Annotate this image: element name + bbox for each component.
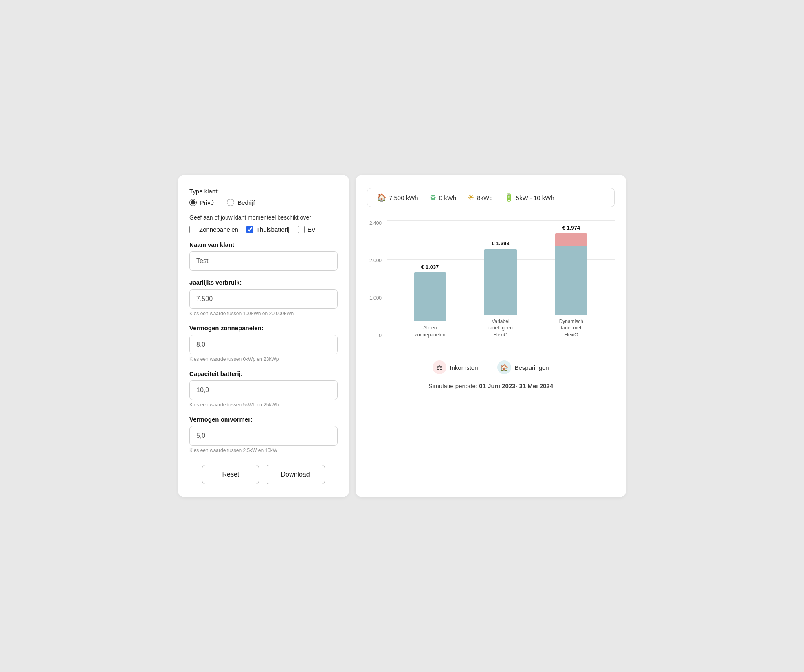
bar-group-2: € 1.393 Variabeltarief, geenFlexiO bbox=[478, 240, 523, 338]
checkbox-zonnepanelen[interactable]: Zonnepanelen bbox=[189, 226, 238, 233]
bar1 bbox=[414, 272, 446, 321]
right-panel: 🏠 7.500 kWh ♻ 0 kWh ☀ 8kWp 🔋 5kW - 10 kW… bbox=[356, 175, 626, 497]
bar2 bbox=[484, 249, 517, 315]
naam-input[interactable] bbox=[189, 251, 338, 271]
radio-group: Privé Bedrijf bbox=[189, 199, 338, 206]
checkbox-ev[interactable]: EV bbox=[298, 226, 316, 233]
naam-label: Naam van klant bbox=[189, 241, 338, 248]
chart-area: 2.400 2.000 1.000 0 € 1.037 bbox=[367, 220, 615, 351]
bar-group-1: € 1.037 Alleenzonnepanelen bbox=[408, 264, 453, 338]
radio-prive[interactable]: Privé bbox=[189, 199, 214, 206]
verbruik-hint: Kies een waarde tussen 100kWh en 20.000k… bbox=[189, 311, 338, 316]
radio-prive-input[interactable] bbox=[189, 199, 197, 206]
home-icon: 🏠 bbox=[377, 193, 386, 202]
simulation-period: Simulatie periode: 01 Juni 2023- 31 Mei … bbox=[367, 382, 615, 389]
legend-inkomsten: ⚖ Inkomsten bbox=[433, 360, 478, 374]
stat-solar-value: 8kWp bbox=[477, 194, 492, 201]
legend-inkomsten-label: Inkomsten bbox=[450, 364, 478, 371]
vermogen-field-group: Vermogen zonnepanelen: Kies een waarde t… bbox=[189, 325, 338, 362]
y-label-2400: 2.400 bbox=[367, 220, 383, 226]
bar3-teal bbox=[555, 246, 587, 315]
bar2-xlabel: Variabeltarief, geenFlexiO bbox=[488, 318, 513, 338]
bar3-stacked bbox=[555, 233, 587, 315]
capaciteit-label: Capaciteit batterij: bbox=[189, 370, 338, 377]
bar3-xlabel: Dynamischtarief metFlexiO bbox=[559, 318, 583, 338]
checkbox-ev-input[interactable] bbox=[298, 226, 305, 233]
chart-y-labels: 2.400 2.000 1.000 0 bbox=[367, 220, 383, 338]
checkbox-zonnepanelen-label: Zonnepanelen bbox=[199, 226, 238, 233]
omvormer-label: Vermogen omvormer: bbox=[189, 416, 338, 423]
checkbox-section: Geef aan of jouw klant momenteel beschik… bbox=[189, 213, 338, 233]
battery-icon: 🔋 bbox=[504, 193, 513, 202]
type-klant-label: Type klant: bbox=[189, 188, 338, 195]
verbruik-input[interactable] bbox=[189, 289, 338, 309]
stat-recycle: ♻ 0 kWh bbox=[430, 193, 457, 202]
bars-row: € 1.037 Alleenzonnepanelen € 1.393 Varia… bbox=[387, 220, 615, 338]
stats-bar: 🏠 7.500 kWh ♻ 0 kWh ☀ 8kWp 🔋 5kW - 10 kW… bbox=[367, 188, 615, 207]
stat-kwh: 🏠 7.500 kWh bbox=[377, 193, 418, 202]
checkbox-thuisbatterij[interactable]: Thuisbatterij bbox=[246, 226, 290, 233]
omvormer-hint: Kies een waarde tussen 2,5kW en 10kW bbox=[189, 448, 338, 453]
radio-bedrijf-label: Bedrijf bbox=[237, 199, 255, 206]
capaciteit-hint: Kies een waarde tussen 5kWh en 25kWh bbox=[189, 402, 338, 408]
y-label-1000: 1.000 bbox=[367, 295, 383, 301]
bar2-label: € 1.393 bbox=[492, 240, 509, 246]
stat-kwh-value: 7.500 kWh bbox=[389, 194, 418, 201]
bar3-label: € 1.974 bbox=[562, 225, 580, 231]
stat-battery: 🔋 5kW - 10 kWh bbox=[504, 193, 554, 202]
main-container: Type klant: Privé Bedrijf Geef aan of jo… bbox=[178, 175, 626, 497]
checkbox-zonnepanelen-input[interactable] bbox=[189, 226, 196, 233]
stat-battery-value: 5kW - 10 kWh bbox=[516, 194, 554, 201]
bar1-label: € 1.037 bbox=[421, 264, 439, 270]
checkbox-desc: Geef aan of jouw klant momenteel beschik… bbox=[189, 213, 338, 222]
checkbox-thuisbatterij-input[interactable] bbox=[246, 226, 253, 233]
button-row: Reset Download bbox=[189, 465, 338, 484]
stat-solar: ☀ 8kWp bbox=[468, 193, 492, 202]
checkbox-thuisbatterij-label: Thuisbatterij bbox=[256, 226, 290, 233]
bar3-pink bbox=[555, 233, 587, 246]
legend-besparingen-icon: 🏠 bbox=[497, 360, 511, 374]
capaciteit-input[interactable] bbox=[189, 380, 338, 400]
vermogen-hint: Kies een waarde tussen 0kWp en 23kWp bbox=[189, 356, 338, 362]
naam-field-group: Naam van klant bbox=[189, 241, 338, 271]
verbruik-label: Jaarlijks verbruik: bbox=[189, 279, 338, 286]
left-panel: Type klant: Privé Bedrijf Geef aan of jo… bbox=[178, 175, 349, 497]
bar1-xlabel: Alleenzonnepanelen bbox=[415, 325, 445, 338]
legend-besparingen-label: Besparingen bbox=[514, 364, 549, 371]
legend-besparingen: 🏠 Besparingen bbox=[497, 360, 549, 374]
y-label-0: 0 bbox=[367, 333, 383, 338]
checkbox-ev-label: EV bbox=[308, 226, 316, 233]
sun-icon: ☀ bbox=[468, 193, 474, 202]
reset-button[interactable]: Reset bbox=[202, 465, 259, 484]
chart-inner: € 1.037 Alleenzonnepanelen € 1.393 Varia… bbox=[387, 220, 615, 351]
legend-row: ⚖ Inkomsten 🏠 Besparingen bbox=[367, 360, 615, 374]
vermogen-label: Vermogen zonnepanelen: bbox=[189, 325, 338, 332]
radio-bedrijf[interactable]: Bedrijf bbox=[227, 199, 255, 206]
download-button[interactable]: Download bbox=[266, 465, 325, 484]
stat-recycle-value: 0 kWh bbox=[439, 194, 457, 201]
legend-inkomsten-icon: ⚖ bbox=[433, 360, 446, 374]
verbruik-field-group: Jaarlijks verbruik: Kies een waarde tuss… bbox=[189, 279, 338, 316]
bar-group-3: € 1.974 Dynamischtarief metFlexiO bbox=[549, 225, 593, 338]
checkbox-group: Zonnepanelen Thuisbatterij EV bbox=[189, 226, 338, 233]
y-label-2000: 2.000 bbox=[367, 258, 383, 264]
capaciteit-field-group: Capaciteit batterij: Kies een waarde tus… bbox=[189, 370, 338, 408]
radio-bedrijf-input[interactable] bbox=[227, 199, 234, 206]
recycle-icon: ♻ bbox=[430, 193, 436, 202]
simulation-dates: 01 Juni 2023- 31 Mei 2024 bbox=[479, 382, 553, 389]
omvormer-input[interactable] bbox=[189, 426, 338, 446]
omvormer-field-group: Vermogen omvormer: Kies een waarde tusse… bbox=[189, 416, 338, 453]
vermogen-input[interactable] bbox=[189, 335, 338, 354]
simulation-label: Simulatie periode: bbox=[428, 382, 477, 389]
radio-prive-label: Privé bbox=[200, 199, 214, 206]
